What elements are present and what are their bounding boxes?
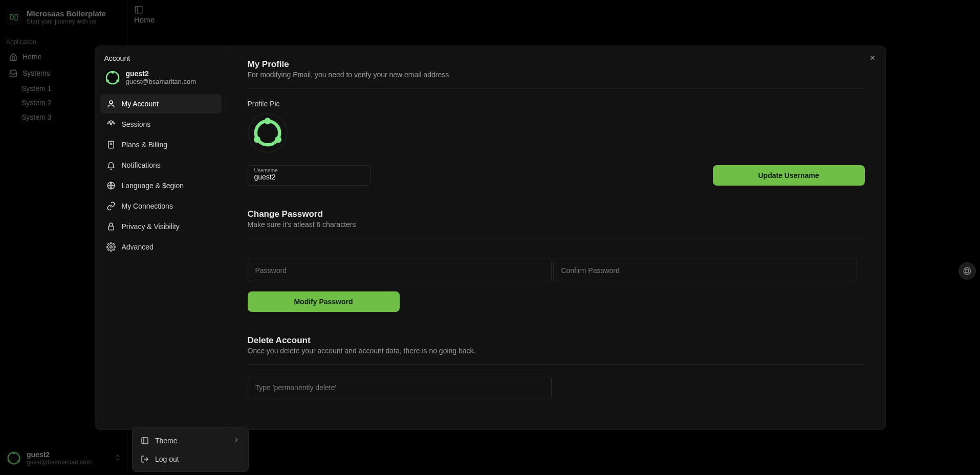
receipt-icon (106, 140, 116, 149)
divider (248, 238, 865, 238)
modal-title: Account (100, 54, 222, 67)
nav-language-region[interactable]: Language & $egion (100, 176, 222, 195)
svg-point-10 (106, 79, 108, 82)
nav-label: Advanced (122, 243, 154, 251)
modal-user-block: guest2 guest@bsamaritan.com (100, 67, 222, 93)
password-heading: Change Password (248, 209, 865, 219)
profile-heading: My Profile (248, 59, 865, 70)
svg-point-11 (116, 79, 119, 82)
svg-line-29 (965, 268, 966, 269)
username-label: Username (254, 168, 278, 173)
svg-point-9 (111, 71, 114, 73)
bell-icon (106, 161, 116, 170)
popover-label: Theme (155, 437, 178, 445)
nav-my-account[interactable]: My Account (100, 94, 222, 114)
svg-point-21 (264, 118, 271, 124)
profile-pic[interactable] (248, 113, 288, 153)
popover-logout[interactable]: Log out (136, 450, 245, 468)
modal-overlay: Account guest2 guest@bsamaritan.com My A… (0, 0, 980, 475)
lock-icon (106, 222, 116, 231)
nav-label: My Connections (122, 202, 173, 210)
modal-user-email: guest@bsamaritan.com (126, 78, 196, 85)
link-icon (106, 201, 116, 211)
nav-label: Sessions (122, 120, 151, 128)
broadcast-icon (106, 120, 116, 129)
help-fab[interactable] (959, 262, 976, 280)
nav-plans-billing[interactable]: Plans & Billing (100, 135, 222, 154)
avatar-icon (252, 117, 284, 149)
nav-label: My Account (122, 100, 159, 108)
panel-left-icon (141, 437, 149, 445)
svg-point-19 (110, 245, 112, 248)
nav-advanced[interactable]: Advanced (100, 237, 222, 257)
svg-point-28 (966, 269, 969, 273)
username-field-wrap: Username (248, 165, 371, 186)
delete-confirm-input[interactable] (248, 376, 552, 399)
lifebuoy-icon (963, 266, 972, 276)
logout-icon (141, 455, 149, 463)
svg-line-32 (968, 272, 970, 274)
delete-desc: Once you delete your account and account… (248, 347, 865, 355)
nav-notifications[interactable]: Notifications (100, 155, 222, 175)
popover-theme[interactable]: Theme (136, 431, 245, 450)
svg-line-30 (968, 268, 970, 269)
update-username-button[interactable]: Update Username (713, 165, 865, 186)
confirm-password-input[interactable] (553, 259, 857, 282)
nav-label: Privacy & Visibility (122, 222, 180, 231)
user-icon (106, 99, 116, 108)
chevron-right-icon (233, 436, 240, 445)
gear-icon (106, 242, 116, 252)
delete-heading: Delete Account (248, 335, 865, 346)
svg-point-12 (110, 101, 113, 104)
password-desc: Make sure it's atleast 6 characters (248, 220, 865, 229)
nav-label: Language & $egion (122, 182, 184, 190)
profile-desc: For modifying Email, you need to verify … (248, 71, 865, 79)
nav-label: Notifications (122, 161, 161, 169)
modal-sidebar: Account guest2 guest@bsamaritan.com My A… (95, 46, 227, 429)
divider (248, 364, 865, 365)
globe-icon (106, 181, 116, 190)
svg-rect-24 (142, 438, 148, 444)
profile-pic-label: Profile Pic (248, 100, 865, 108)
svg-point-23 (275, 136, 281, 143)
svg-point-22 (253, 136, 260, 143)
svg-point-13 (110, 123, 112, 125)
modify-password-button[interactable]: Modify Password (248, 291, 400, 312)
modal-main: My Profile For modifying Email, you need… (227, 46, 885, 429)
nav-privacy-visibility[interactable]: Privacy & Visibility (100, 217, 222, 236)
avatar-icon (104, 70, 121, 86)
settings-modal: Account guest2 guest@bsamaritan.com My A… (95, 46, 885, 429)
svg-rect-18 (108, 226, 114, 230)
popover-label: Log out (155, 455, 179, 463)
svg-line-31 (965, 272, 966, 274)
username-input[interactable] (254, 173, 364, 181)
user-popover: Theme Log out (132, 427, 249, 472)
password-input[interactable] (248, 259, 552, 282)
modal-user-name: guest2 (126, 70, 196, 78)
nav-label: Plans & Billing (122, 141, 168, 149)
divider (248, 88, 865, 88)
nav-sessions[interactable]: Sessions (100, 115, 222, 134)
nav-my-connections[interactable]: My Connections (100, 196, 222, 216)
